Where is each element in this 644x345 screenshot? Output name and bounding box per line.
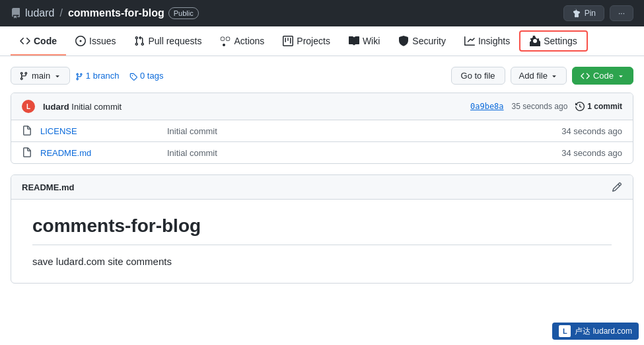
author-avatar: L <box>22 100 35 113</box>
commit-meta: 0a9be8a 35 seconds ago 1 commit <box>470 102 622 111</box>
repo-nav: Code Issues Pull requests Actions Projec… <box>0 26 644 56</box>
commit-count: 1 commit <box>575 102 622 111</box>
commit-row: L ludard Initial commit 0a9be8a 35 secon… <box>11 93 633 120</box>
repo-title: ludard / comments-for-blog Public <box>11 7 199 19</box>
chevron-down-icon <box>54 72 61 80</box>
nav-insights-label: Insights <box>478 36 510 46</box>
tags-count-text: 0 tags <box>140 71 163 81</box>
repo-icon <box>11 8 21 19</box>
nav-item-settings[interactable]: Settings <box>519 30 588 52</box>
file-name-readme[interactable]: README.md <box>40 148 159 158</box>
more-label: ··· <box>618 9 625 18</box>
commit-count-text: 1 commit <box>587 102 622 111</box>
nav-item-issues[interactable]: Issues <box>66 28 125 56</box>
nav-actions-label: Actions <box>234 36 264 46</box>
nav-code-label: Code <box>34 36 57 46</box>
commit-author: ludard <box>43 102 69 112</box>
pin-button[interactable]: Pin <box>563 5 604 21</box>
branch-small-icon <box>75 73 83 81</box>
pin-icon <box>572 9 581 18</box>
readme-body: comments-for-blog save ludard.com site c… <box>11 200 633 283</box>
branch-right: Go to file Add file Code <box>451 67 633 85</box>
add-file-button[interactable]: Add file <box>511 67 567 85</box>
commit-hash-link[interactable]: 0a9be8a <box>470 102 504 111</box>
go-to-file-button[interactable]: Go to file <box>451 67 505 85</box>
branch-icon <box>19 71 28 81</box>
wiki-icon <box>349 36 359 46</box>
branch-left: main 1 branch 0 tags <box>11 67 163 85</box>
nav-security-label: Security <box>412 36 446 46</box>
insights-icon <box>464 36 475 46</box>
readme-title: comments-for-blog <box>32 215 612 245</box>
top-bar-actions: Pin ··· <box>563 5 633 21</box>
file-icon-readme <box>22 147 32 158</box>
nav-wiki-label: Wiki <box>363 36 380 46</box>
pr-icon <box>134 36 145 46</box>
nav-settings-label: Settings <box>544 36 577 46</box>
commit-info: ludard Initial commit <box>43 102 462 112</box>
code-button-label: Code <box>593 71 614 81</box>
tags-count-link[interactable]: 0 tags <box>129 71 163 81</box>
branch-selector[interactable]: main <box>11 67 70 85</box>
code-chevron-icon <box>617 72 625 80</box>
main-content: main 1 branch 0 tags <box>0 56 644 294</box>
nav-item-projects[interactable]: Projects <box>273 28 340 56</box>
security-icon <box>398 36 409 46</box>
settings-icon <box>530 36 540 46</box>
file-icon-license <box>22 126 32 136</box>
nav-item-wiki[interactable]: Wiki <box>340 28 389 56</box>
nav-issues-label: Issues <box>89 36 116 46</box>
file-row-license: LICENSE Initial commit 34 seconds ago <box>11 120 633 142</box>
code-icon <box>20 36 30 46</box>
issue-icon <box>75 36 86 46</box>
code-download-icon <box>581 71 590 81</box>
file-row-readme: README.md Initial commit 34 seconds ago <box>11 142 633 163</box>
add-file-label: Add file <box>519 71 548 81</box>
file-time-readme: 34 seconds ago <box>561 148 622 158</box>
nav-projects-label: Projects <box>297 36 330 46</box>
nav-item-insights[interactable]: Insights <box>455 28 519 56</box>
readme-box: README.md comments-for-blog save ludard.… <box>11 174 633 284</box>
top-bar: ludard / comments-for-blog Public Pin ··… <box>0 0 644 26</box>
code-button[interactable]: Code <box>572 67 633 85</box>
repo-badge: Public <box>168 7 199 19</box>
branch-count-link[interactable]: 1 branch <box>75 71 119 81</box>
nav-item-security[interactable]: Security <box>389 28 455 56</box>
repo-slash: / <box>59 7 62 19</box>
tag-icon <box>129 73 137 81</box>
file-time-license: 34 seconds ago <box>561 126 622 136</box>
nav-item-actions[interactable]: Actions <box>211 28 273 56</box>
nav-item-code[interactable]: Code <box>11 28 66 56</box>
branch-name: main <box>32 71 50 81</box>
add-file-chevron-icon <box>550 72 558 80</box>
nav-item-pulls[interactable]: Pull requests <box>125 28 211 56</box>
nav-pulls-label: Pull requests <box>148 36 201 46</box>
file-message-readme: Initial commit <box>167 148 554 158</box>
branch-count-text: 1 branch <box>86 71 120 81</box>
branch-meta: 1 branch 0 tags <box>75 71 163 81</box>
branch-bar: main 1 branch 0 tags <box>11 67 633 85</box>
readme-header-label: README.md <box>22 182 74 192</box>
actions-icon <box>220 36 231 46</box>
file-message-license: Initial commit <box>167 126 554 136</box>
repo-owner-link[interactable]: ludard <box>25 7 54 19</box>
more-button[interactable]: ··· <box>610 5 633 21</box>
readme-description: save ludard.com site comments <box>32 256 612 267</box>
commit-time: 35 seconds ago <box>512 102 568 111</box>
file-table: L ludard Initial commit 0a9be8a 35 secon… <box>11 93 633 164</box>
commit-message-text: Initial commit <box>71 102 122 112</box>
edit-pencil-icon[interactable] <box>612 182 622 192</box>
history-icon <box>575 102 585 111</box>
pin-label: Pin <box>585 9 596 18</box>
readme-header: README.md <box>11 175 633 200</box>
file-name-license[interactable]: LICENSE <box>40 126 159 136</box>
repo-name: comments-for-blog <box>68 7 164 19</box>
projects-icon <box>283 36 293 46</box>
